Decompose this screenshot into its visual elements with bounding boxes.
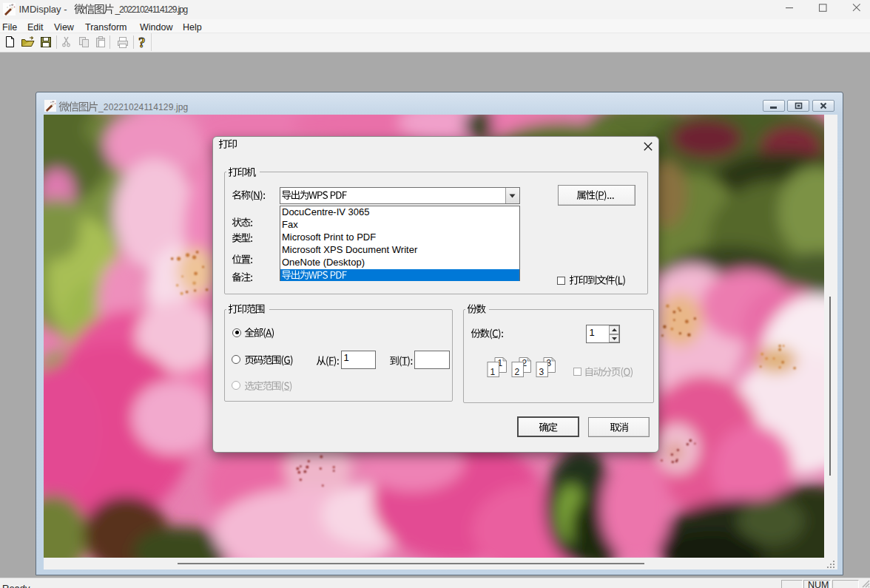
svg-text:2: 2 [514, 367, 519, 377]
svg-text:3: 3 [539, 367, 544, 377]
svg-text:1: 1 [490, 367, 495, 377]
svg-text:?: ? [138, 35, 146, 50]
